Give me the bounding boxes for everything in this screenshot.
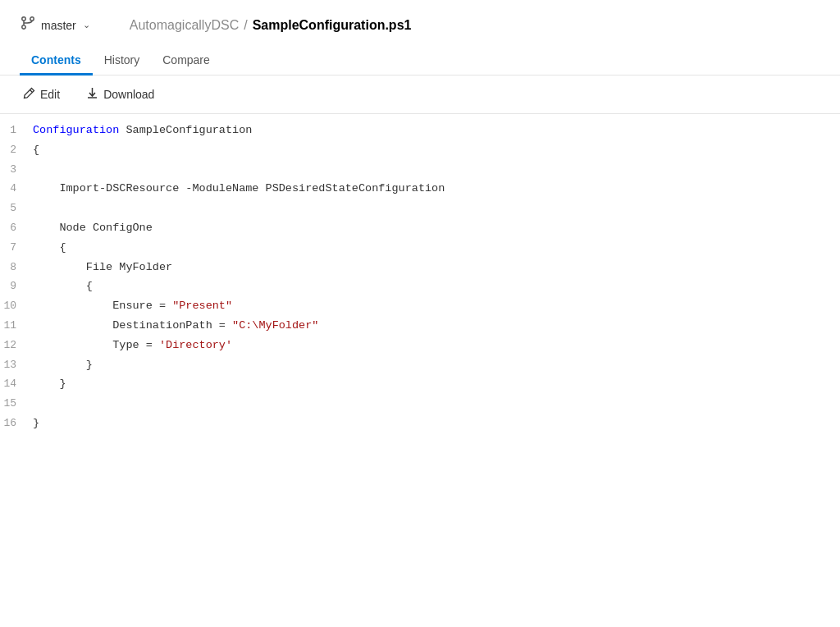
branch-name: master: [41, 19, 76, 32]
branch-selector[interactable]: master ⌄: [20, 15, 90, 35]
line-number: 4: [0, 180, 33, 198]
code-view: 1Configuration SampleConfiguration2{3 4 …: [0, 114, 840, 440]
code-line: 7 {: [0, 238, 840, 258]
line-content: [33, 395, 840, 413]
code-line: 8 File MyFolder: [0, 258, 840, 277]
code-line: 3: [0, 160, 840, 180]
line-content: Import-DSCResource -ModuleName PSDesired…: [33, 180, 840, 198]
line-number: 1: [0, 121, 33, 140]
line-number: 6: [0, 219, 33, 237]
line-content: Type = 'Directory': [33, 336, 840, 355]
edit-icon: [23, 87, 35, 102]
line-content: Node ConfigOne: [33, 219, 840, 237]
line-number: 9: [0, 277, 33, 295]
code-line: 12 Type = 'Directory': [0, 336, 840, 355]
line-content: Ensure = "Present": [33, 297, 840, 315]
line-number: 7: [0, 239, 33, 257]
code-line: 13 }: [0, 355, 840, 375]
line-content: DestinationPath = "C:\MyFolder": [33, 317, 840, 335]
line-content: [33, 199, 840, 217]
line-number: 16: [0, 414, 33, 432]
code-line: 4 Import-DSCResource -ModuleName PSDesir…: [0, 179, 840, 199]
line-number: 11: [0, 317, 33, 335]
line-number: 3: [0, 161, 33, 179]
file-header: master ⌄ AutomagicallyDSC / SampleConfig…: [0, 0, 840, 47]
tabs-bar: Contents History Compare: [0, 47, 840, 76]
svg-point-1: [30, 17, 34, 21]
code-line: 6 Node ConfigOne: [0, 218, 840, 238]
code-line: 14 }: [0, 374, 840, 394]
line-number: 13: [0, 356, 33, 374]
toolbar: Edit Download: [0, 76, 840, 114]
code-line: 16}: [0, 414, 840, 433]
code-line: 5: [0, 199, 840, 218]
svg-line-4: [30, 90, 33, 93]
line-content: {: [33, 239, 840, 257]
line-content: }: [33, 356, 840, 374]
breadcrumb: AutomagicallyDSC / SampleConfiguration.p…: [130, 18, 412, 33]
line-content: {: [33, 277, 840, 295]
tab-contents[interactable]: Contents: [20, 47, 93, 76]
edit-button[interactable]: Edit: [20, 84, 63, 105]
code-line: 2{: [0, 140, 840, 160]
line-content: File MyFolder: [33, 259, 840, 277]
download-icon: [86, 87, 98, 102]
code-line: 11 DestinationPath = "C:\MyFolder": [0, 316, 840, 336]
download-button[interactable]: Download: [83, 84, 158, 105]
svg-point-0: [22, 17, 25, 21]
code-line: 9 {: [0, 277, 840, 296]
chevron-down-icon: ⌄: [83, 20, 90, 30]
tab-compare[interactable]: Compare: [151, 47, 221, 76]
svg-point-2: [22, 25, 25, 29]
code-line: 15: [0, 394, 840, 414]
line-content: [33, 161, 840, 179]
line-number: 8: [0, 259, 33, 277]
code-line: 1Configuration SampleConfiguration: [0, 121, 840, 140]
line-content: {: [33, 141, 840, 159]
edit-label: Edit: [40, 88, 60, 101]
line-number: 10: [0, 297, 33, 315]
line-content: Configuration SampleConfiguration: [33, 121, 840, 140]
branch-icon: [20, 15, 36, 35]
line-number: 5: [0, 199, 33, 217]
breadcrumb-separator: /: [244, 18, 247, 33]
line-number: 12: [0, 336, 33, 355]
line-number: 2: [0, 141, 33, 159]
tab-history[interactable]: History: [93, 47, 152, 76]
breadcrumb-file: SampleConfiguration.ps1: [253, 18, 412, 33]
line-number: 14: [0, 375, 33, 393]
line-number: 15: [0, 395, 33, 413]
line-content: }: [33, 375, 840, 393]
line-content: }: [33, 414, 840, 432]
breadcrumb-folder[interactable]: AutomagicallyDSC: [130, 18, 239, 33]
download-label: Download: [103, 88, 154, 101]
code-line: 10 Ensure = "Present": [0, 296, 840, 316]
